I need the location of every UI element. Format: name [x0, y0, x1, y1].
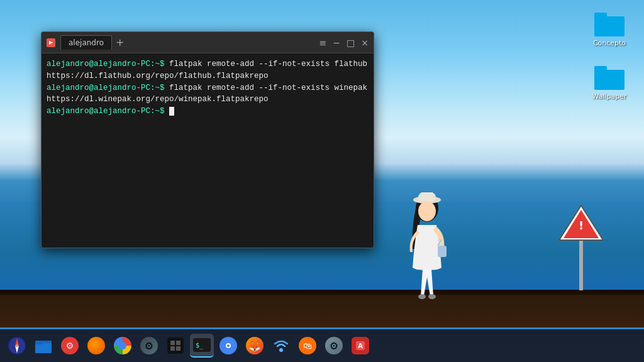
terminal-add-tab-button[interactable]: + — [116, 36, 124, 48]
folder-icon-wallpaper — [594, 66, 625, 90]
black-icon-svg — [170, 340, 181, 351]
terminal-cursor — [169, 107, 174, 116]
chromium-icon — [219, 337, 237, 354]
terminal-tab-label: alejandro — [69, 38, 104, 47]
wifi-icon — [273, 337, 289, 354]
firefox-icon: 🦊 — [246, 337, 264, 354]
red-app-icon: A — [352, 337, 369, 354]
desktop-icon-label-concepto: Concepto — [593, 39, 626, 47]
terminal-line-3: alejandro@alejandro-PC:~$ — [47, 106, 369, 118]
red-app-icon-svg: A — [355, 340, 366, 351]
folder-icon-concepto — [594, 13, 625, 36]
terminal-tab[interactable]: alejandro — [60, 35, 112, 50]
svg-point-3 — [418, 201, 436, 221]
svg-rect-23 — [176, 346, 180, 351]
chromium-icon-svg — [223, 340, 234, 351]
svg-rect-18 — [35, 343, 52, 353]
terminal-line-1: alejandro@alejandro-PC:~$ flatpak remote… — [47, 58, 369, 82]
svg-rect-19 — [35, 341, 43, 344]
taskbar-icon-files[interactable] — [31, 334, 55, 358]
chrome-icon — [114, 337, 131, 354]
desktop-icon-concepto[interactable]: Concepto — [587, 13, 631, 47]
prompt-3: alejandro@alejandro-PC:~$ — [47, 107, 165, 116]
taskbar-icon-navigator[interactable] — [5, 334, 29, 358]
taskbar-icon-chromium[interactable] — [216, 334, 240, 358]
svg-point-7 — [428, 294, 436, 299]
taskbar-icon-system[interactable]: ⚙ — [58, 334, 82, 358]
taskbar-icon-wifi[interactable] — [269, 334, 293, 358]
desktop-icons: Concepto Wallpaper — [587, 13, 631, 101]
svg-rect-20 — [170, 341, 175, 345]
black-app-icon — [167, 337, 184, 354]
prompt-1: alejandro@alejandro-PC:~$ — [47, 60, 165, 69]
terminal-x-button[interactable]: × — [361, 38, 369, 48]
prompt-2: alejandro@alejandro-PC:~$ — [47, 84, 165, 92]
anime-figure — [399, 192, 455, 324]
terminal-icon: $_ — [193, 338, 211, 352]
orange-icon — [87, 337, 105, 354]
svg-point-6 — [418, 294, 426, 299]
desktop-icon-label-wallpaper: Wallpaper — [592, 92, 626, 101]
taskbar-icon-orange[interactable] — [84, 334, 108, 358]
terminal-close-button[interactable] — [47, 38, 55, 47]
taskbar-icon-settings[interactable]: ⚙ — [322, 334, 346, 358]
terminal-window: alejandro + ≡ − □ × alejandro@alejandro-… — [41, 31, 374, 248]
road-sign: ! — [556, 202, 606, 293]
svg-rect-4 — [438, 246, 447, 257]
svg-rect-22 — [170, 346, 175, 351]
terminal-minimize-button[interactable]: − — [333, 38, 340, 48]
gear-icon: ⚙ — [140, 337, 158, 354]
desktop: ! Concepto Wallpaper alejandro + — [0, 0, 644, 362]
terminal-titlebar: alejandro + ≡ − □ × — [42, 32, 374, 53]
svg-text:!: ! — [579, 219, 584, 232]
taskbar-icon-gear[interactable]: ⚙ — [137, 334, 161, 358]
taskbar-icon-terminal[interactable]: $_ — [190, 334, 214, 358]
terminal-controls: ≡ − □ × — [319, 38, 369, 48]
terminal-body[interactable]: alejandro@alejandro-PC:~$ flatpak remote… — [42, 53, 374, 248]
terminal-icon-prompt: $_ — [196, 342, 203, 349]
software-icon: 🛍 — [299, 337, 316, 354]
navigator-icon — [8, 336, 26, 355]
taskbar: ⚙ ⚙ $_ — [0, 329, 644, 362]
desktop-icon-wallpaper[interactable]: Wallpaper — [587, 66, 631, 101]
svg-point-16 — [16, 344, 18, 347]
terminal-menu-button[interactable]: ≡ — [319, 38, 327, 48]
settings-icon: ⚙ — [325, 337, 343, 354]
files-icon — [34, 337, 53, 354]
svg-rect-8 — [579, 240, 583, 290]
taskbar-icon-chrome[interactable] — [111, 334, 135, 358]
taskbar-icon-software[interactable]: 🛍 — [296, 334, 319, 358]
taskbar-icon-red-app[interactable]: A — [348, 334, 372, 358]
system-icon: ⚙ — [61, 337, 79, 354]
fence — [0, 290, 644, 327]
svg-point-26 — [227, 344, 230, 347]
terminal-maximize-button[interactable]: □ — [347, 38, 355, 48]
svg-text:A: A — [358, 343, 363, 349]
taskbar-icon-black[interactable] — [164, 334, 187, 358]
svg-rect-21 — [176, 341, 180, 345]
taskbar-icon-firefox[interactable]: 🦊 — [243, 334, 267, 358]
terminal-line-2: alejandro@alejandro-PC:~$ flatpak remote… — [47, 82, 369, 106]
svg-point-27 — [279, 348, 283, 352]
